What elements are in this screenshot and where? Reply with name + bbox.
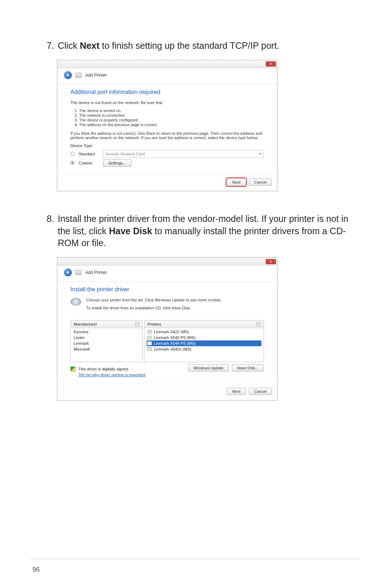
back-icon[interactable] (64, 71, 72, 79)
printer-item-icon (147, 336, 152, 339)
have-disk-button[interactable]: Have Disk... (232, 364, 264, 372)
list-item[interactable]: Lexmark X543 PS (MS) (147, 335, 261, 340)
manufacturer-list[interactable]: Manufacturer Kyocera Lanier Lexmark Micr… (70, 320, 143, 362)
add-printer-dialog-port: ✕ Add Printer Additional port informatio… (57, 60, 277, 191)
cancel-button[interactable]: Cancel (249, 179, 272, 186)
have-disk-text: To install the driver from an installati… (86, 306, 222, 310)
radio-standard[interactable] (70, 152, 74, 156)
add-printer-dialog-driver: ✕ Add Printer Install the printer driver… (57, 257, 277, 400)
instruction-paragraph: If you think the address is not correct,… (70, 131, 264, 140)
list-item-selected[interactable]: Lexmark X544 PS (MS) (147, 340, 261, 346)
list-item: The device is properly configured. (79, 118, 264, 122)
dialog-heading: Install the printer driver (70, 286, 264, 293)
printer-item-icon (147, 342, 152, 345)
step-text: Click Next to finish setting up the stan… (58, 40, 358, 52)
list-item: The device is turned on. (79, 108, 264, 113)
list-item[interactable]: Lexmark X422 (MS) (147, 329, 261, 335)
printer-item-icon (147, 330, 152, 334)
list-item[interactable]: Lanier (73, 335, 140, 340)
close-button[interactable]: ✕ (266, 259, 276, 264)
scroll-up-icon[interactable] (135, 322, 139, 326)
next-button[interactable]: Next (227, 388, 246, 395)
list-item[interactable]: Lexmark X642e (MS) (147, 346, 261, 352)
settings-button[interactable]: Settings... (103, 159, 131, 167)
intro-text: The device is not found on the network. … (70, 100, 264, 105)
cancel-button[interactable]: Cancel (249, 388, 272, 395)
signing-info-link[interactable]: Tell me why driver signing is important (78, 373, 146, 377)
shield-icon (70, 366, 75, 372)
device-type-label: Device Type (70, 143, 264, 148)
manufacturer-header: Manufacturer (74, 322, 97, 326)
titlebar: ✕ (57, 60, 277, 68)
dialog-footer: Next Cancel (57, 175, 277, 191)
printer-item-icon (147, 347, 152, 351)
chevron-down-icon: ▾ (259, 151, 261, 156)
dialog-header: Add Printer (57, 68, 277, 85)
scroll-up-icon[interactable] (256, 322, 261, 326)
device-type-row-standard[interactable]: Standard Generic Network Card▾ (70, 150, 264, 158)
radio-label: Custom (79, 161, 99, 165)
step-number: 8. (43, 213, 54, 249)
disc-icon (70, 298, 81, 306)
printer-icon (75, 270, 82, 275)
window-title: Add Printer (85, 73, 107, 78)
printer-icon (75, 73, 82, 78)
dialog-footer: Next Cancel (57, 384, 277, 400)
dialog-heading: Additional port information required (70, 89, 264, 95)
list-item: The address on the previous page is corr… (79, 123, 264, 127)
dialog-header: Add Printer (57, 266, 277, 282)
windows-update-button[interactable]: Windows Update (188, 364, 229, 372)
network-card-combo[interactable]: Generic Network Card▾ (103, 150, 264, 158)
device-type-row-custom[interactable]: Custom Settings... (70, 159, 264, 167)
signed-text: This driver is digitally signed. (78, 367, 129, 371)
list-item[interactable]: Lexmark (73, 340, 140, 346)
step-text: Install the printer driver from the vend… (58, 213, 358, 249)
instruction-step-8: 8. Install the printer driver from the v… (43, 213, 358, 249)
choose-printer-text: Choose your printer from the list. Click… (86, 298, 222, 302)
list-item: The network is connected. (79, 113, 264, 117)
printers-header: Printers (147, 322, 161, 326)
close-button[interactable]: ✕ (266, 61, 276, 66)
back-icon[interactable] (64, 269, 72, 276)
list-item[interactable]: Microsoft (73, 346, 140, 352)
list-item[interactable]: Kyocera (73, 329, 140, 335)
radio-custom[interactable] (70, 161, 74, 165)
radio-label: Standard (79, 152, 99, 156)
page-number: 96 (32, 566, 40, 574)
step-number: 7. (43, 40, 54, 52)
next-button[interactable]: Next (227, 179, 246, 186)
titlebar: ✕ (57, 258, 277, 266)
window-title: Add Printer (85, 270, 107, 275)
printers-list[interactable]: Printers Lexmark X422 (MS) Lexmark X543 … (144, 320, 264, 362)
footer-divider (31, 559, 359, 559)
requirements-list: The device is turned on. The network is … (70, 108, 264, 127)
instruction-step-7: 7. Click Next to finish setting up the s… (43, 40, 358, 52)
